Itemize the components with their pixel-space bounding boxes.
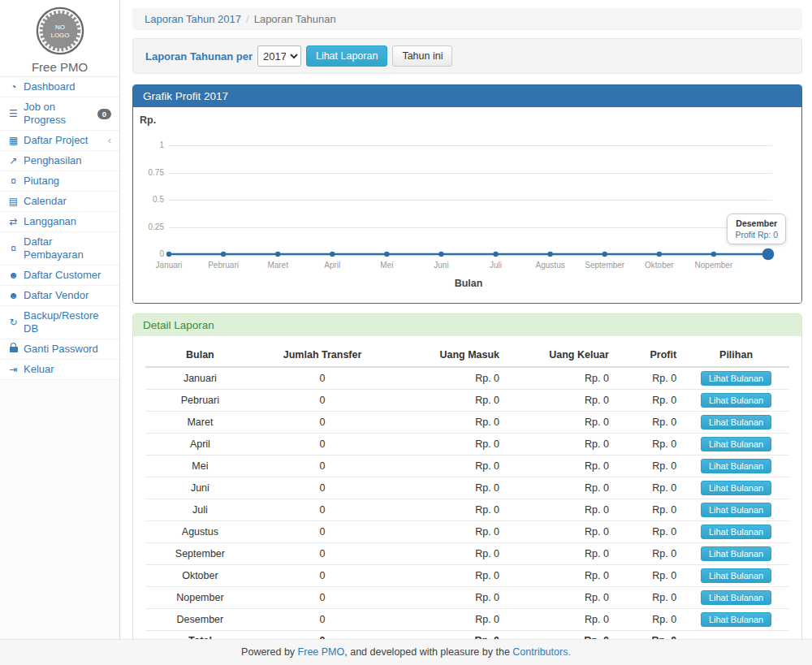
x-axis-label: Nopember [695,261,733,270]
sidebar-item-job-on-progress[interactable]: ☰Job on Progress0 [0,97,119,131]
view-monthly-button-pebruari[interactable]: Lihat Bulanan [701,393,771,408]
view-monthly-button-januari[interactable]: Lihat Bulanan [701,371,771,386]
table-cell: Rp. 0 [390,609,506,631]
table-row: September0Rp. 0Rp. 0Rp. 0Lihat Bulanan [145,543,789,565]
table-cell: 0 [255,412,391,434]
svg-text:LOGO: LOGO [50,32,69,39]
table-cell: Maret [145,412,255,434]
table-cell: Rp. 0 [390,499,506,521]
table-cell: Rp. 0 [506,477,615,499]
x-axis-label: Juli [490,261,502,270]
table-cell: 0 [255,609,391,631]
sidebar-item-ganti-password[interactable]: Ganti Password [0,339,119,360]
table-cell: Rp. 0 [390,543,506,565]
view-report-button[interactable]: Lihat Laporan [306,45,387,67]
sidebar-item-calendar[interactable]: ▤Calendar [0,192,119,212]
column-header-uang-masuk: Uang Masuk [390,344,506,367]
table-cell: Rp. 0 [615,499,683,521]
view-monthly-button-juli[interactable]: Lihat Bulanan [701,503,771,517]
table-cell: Rp. 0 [506,587,615,609]
view-monthly-button-juni[interactable]: Lihat Bulanan [701,481,771,495]
sidebar-item-backup-restore-db[interactable]: ↻Backup/Restore DB [0,306,119,339]
table-row: Agustus0Rp. 0Rp. 0Rp. 0Lihat Bulanan [145,521,789,543]
brand-name: Free PMO [0,60,119,74]
table-cell: Rp. 0 [506,609,615,631]
footer-app-link[interactable]: Free PMO [298,646,345,658]
table-cell-action: Lihat Bulanan [683,587,789,609]
sidebar-header: NO LOGO Free PMO [0,0,119,77]
view-monthly-button-nopember[interactable]: Lihat Bulanan [701,590,771,605]
sidebar-item-penghasilan[interactable]: ↗Penghasilan [0,151,119,171]
page: NO LOGO Free PMO ◔Dashboard☰Job on Progr… [0,0,812,665]
table-row: Mei0Rp. 0Rp. 0Rp. 0Lihat Bulanan [145,456,789,477]
sidebar-item-dashboard[interactable]: ◔Dashboard [0,77,119,97]
table-header-row: BulanJumlah TransferUang MasukUang Kelua… [145,344,789,367]
table-cell-action: Lihat Bulanan [683,521,789,543]
lock-icon [6,343,20,356]
table-row: Maret0Rp. 0Rp. 0Rp. 0Lihat Bulanan [145,412,789,434]
sidebar-item-langganan[interactable]: ⇄Langganan [0,212,119,232]
table-cell: Rp. 0 [506,543,615,565]
table-cell: Rp. 0 [506,565,615,587]
sidebar-item-daftar-project[interactable]: ▦Daftar Project‹ [0,131,119,151]
sidebar: NO LOGO Free PMO ◔Dashboard☰Job on Progr… [0,0,120,639]
sidebar-item-keluar[interactable]: ⇥Keluar [0,360,119,380]
view-monthly-button-oktober[interactable]: Lihat Bulanan [701,568,771,583]
table-cell: Rp. 0 [390,565,506,587]
breadcrumb-link-laporan-tahun[interactable]: Laporan Tahun 2017 [145,13,241,25]
column-header-pilihan: Pilihan [683,344,789,367]
users-icon: ☻ [6,269,20,282]
profit-line-chart[interactable]: Rp. Desember Profit Rp: 0 10.750.50.250J… [133,107,801,303]
table-cell: 0 [255,456,391,477]
x-axis-label: September [585,261,624,270]
table-cell: Rp. 0 [390,434,506,456]
table-cell-action: Lihat Bulanan [683,367,789,390]
x-axis-title: Bulan [455,278,483,289]
table-cell: Rp. 0 [390,477,506,499]
calendar-icon: ▤ [6,195,20,208]
detail-report-panel: Detail Laporan BulanJumlah TransferUang … [132,313,802,665]
view-monthly-button-desember[interactable]: Lihat Bulanan [701,612,771,627]
year-select[interactable]: 2017 [257,45,301,67]
footer-contributors-link[interactable]: Contributors. [512,646,571,658]
table-cell: Juli [145,499,255,521]
view-monthly-button-september[interactable]: Lihat Bulanan [701,546,771,561]
table-cell: Rp. 0 [615,412,683,434]
table-cell: 0 [255,434,391,456]
x-axis-label: Oktober [645,261,674,270]
sidebar-item-daftar-pembayaran[interactable]: ¤Daftar Pembayaran [0,232,119,266]
footer-text: Powered by [241,646,297,658]
table-cell: Rp. 0 [615,543,683,565]
table-cell: Rp. 0 [390,412,506,434]
table-cell: Rp. 0 [506,434,615,456]
column-header-bulan: Bulan [145,344,255,367]
table-cell-action: Lihat Bulanan [683,390,789,412]
breadcrumb-separator: / [241,13,254,25]
table-cell: Rp. 0 [615,521,683,543]
sidebar-item-label: Penghasilan [24,154,82,167]
profit-series-line [133,107,801,303]
dashboard-icon: ◔ [6,80,20,93]
table-cell-action: Lihat Bulanan [683,543,789,565]
tasks-icon: ☰ [6,107,20,120]
retweet-icon: ⇄ [6,215,20,228]
report-table: BulanJumlah TransferUang MasukUang Kelua… [145,344,789,650]
no-logo-badge-icon: NO LOGO [36,6,84,55]
table-cell: Juni [145,477,255,499]
table-cell: Rp. 0 [390,587,506,609]
table-cell: Rp. 0 [615,434,683,456]
money-icon: ¤ [6,175,20,188]
table-cell: September [145,543,255,565]
view-monthly-button-agustus[interactable]: Lihat Bulanan [701,525,771,539]
sidebar-item-piutang[interactable]: ¤Piutang [0,171,119,192]
current-year-button[interactable]: Tahun ini [392,45,452,67]
table-cell: Mei [145,456,255,477]
table-cell: Rp. 0 [506,521,615,543]
page-footer: Powered by Free PMO, and developed with … [0,639,812,665]
view-monthly-button-april[interactable]: Lihat Bulanan [701,437,771,451]
sidebar-item-daftar-customer[interactable]: ☻Daftar Customer [0,266,119,286]
view-monthly-button-maret[interactable]: Lihat Bulanan [701,415,771,430]
view-monthly-button-mei[interactable]: Lihat Bulanan [701,459,771,473]
sidebar-item-daftar-vendor[interactable]: ☻Daftar Vendor [0,286,119,306]
column-header-uang-keluar: Uang Keluar [506,344,615,367]
